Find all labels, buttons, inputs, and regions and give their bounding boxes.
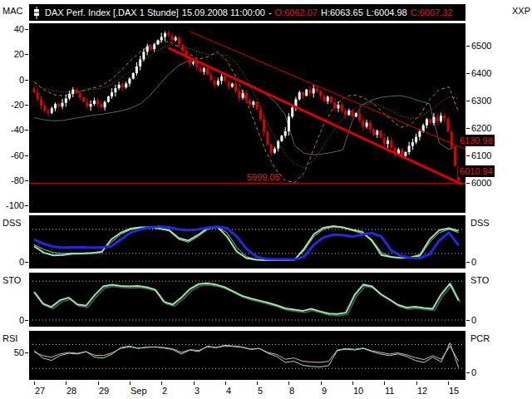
date-tick-mark xyxy=(288,382,289,385)
left-axis-tick-label: 40 xyxy=(0,25,24,34)
price-chart-panel[interactable]: 5999.05 xyxy=(29,23,466,213)
date-tick-mark xyxy=(257,382,258,385)
date-tick-mark xyxy=(384,382,385,385)
STO-canvas xyxy=(29,273,466,327)
date-tick-mark xyxy=(352,382,353,385)
date-tick-mark xyxy=(130,382,131,385)
macd-axis-title: MAC xyxy=(2,6,22,16)
dss-indicator-panel[interactable] xyxy=(29,215,466,268)
date-tick-mark xyxy=(66,382,66,385)
chart-titlebar[interactable]: DAX Perf. Index [.DAX 1 Stunde] 15.09.20… xyxy=(29,4,466,21)
date-tick-label: Sep xyxy=(131,386,147,396)
svg-text:5999.05: 5999.05 xyxy=(247,172,280,182)
high-value: H:6063.65 xyxy=(321,7,363,17)
date-tick-label: 5 xyxy=(258,386,263,396)
right-axis-tick-mark xyxy=(466,320,470,321)
left-axis-tick-mark xyxy=(25,155,28,156)
left-axis-tick-mark xyxy=(25,180,28,181)
left-axis-tick-mark xyxy=(25,54,28,55)
right-axis-tick-label: 6200 xyxy=(471,124,491,133)
left-axis-tick-mark xyxy=(25,105,28,106)
left-axis-tick-mark xyxy=(25,29,28,30)
sto-right-label: STO xyxy=(470,275,489,285)
sto-indicator-panel[interactable] xyxy=(29,273,466,327)
right-axis-tick-mark xyxy=(466,155,470,156)
date-tick-mark xyxy=(161,382,162,385)
date-tick-mark xyxy=(416,382,417,385)
open-value: O:6062.07 xyxy=(275,7,318,17)
left-axis-tick-mark xyxy=(25,130,28,131)
right-axis-tick-label: 6100 xyxy=(471,151,491,160)
left-axis-tick-label: 0 xyxy=(0,316,24,325)
right-axis-tick-mark xyxy=(466,101,470,101)
date-tick-mark xyxy=(225,382,226,385)
right-axis-tick-mark xyxy=(466,128,470,129)
dss-left-label: DSS xyxy=(2,218,22,228)
top-right-label: XXP xyxy=(512,6,530,16)
left-axis-tick-mark xyxy=(25,262,28,263)
date-tick-mark xyxy=(194,382,195,385)
price-label-last: 6010.94 xyxy=(458,165,495,177)
right-axis-tick-label: 6400 xyxy=(471,69,491,78)
price-label-channel: 6130.98 xyxy=(458,135,495,146)
date-tick-label: 12 xyxy=(417,386,427,396)
left-axis-tick-label: 50 xyxy=(0,348,24,357)
main-chart-canvas: 5999.05 xyxy=(29,23,466,213)
right-axis-tick-label: 6000 xyxy=(471,179,491,188)
date-tick-label: 27 xyxy=(35,386,45,396)
date-tick-label: 28 xyxy=(66,386,76,396)
left-axis-tick-label: 0 xyxy=(0,258,24,267)
date-tick-mark xyxy=(321,382,322,385)
date-tick-label: 8 xyxy=(289,386,294,396)
right-axis-tick-mark xyxy=(466,372,470,373)
close-value: C:6007.32 xyxy=(411,7,453,17)
sto-left-label: STO xyxy=(2,275,21,285)
date-tick-mark xyxy=(98,382,99,385)
left-axis-tick-label: -60 xyxy=(0,151,24,160)
DSS-canvas xyxy=(29,215,466,268)
left-axis-tick-label: -20 xyxy=(0,101,24,110)
date-tick-label: 29 xyxy=(99,386,109,396)
date-tick-label: 15 xyxy=(449,386,459,396)
instrument-name: DAX Perf. Index [.DAX 1 Stunde] xyxy=(45,7,179,17)
date-tick-label: 4 xyxy=(226,386,231,396)
right-axis-tick-label: 6500 xyxy=(471,42,491,51)
separator: - xyxy=(268,7,272,17)
left-axis-tick-mark xyxy=(25,320,28,321)
dss-right-label: DSS xyxy=(470,218,490,228)
right-axis-tick-label: 0 xyxy=(471,368,476,377)
candlestick-icon xyxy=(33,7,40,19)
date-tick-label: 11 xyxy=(385,386,394,396)
left-axis-tick-mark xyxy=(25,205,28,206)
right-axis-tick-mark xyxy=(466,262,470,263)
rsi-indicator-panel[interactable] xyxy=(29,331,466,380)
right-axis-tick-mark xyxy=(466,73,470,74)
left-axis-tick-label: 0 xyxy=(0,76,24,85)
date-tick-label: 2 xyxy=(162,386,167,396)
left-axis-tick-mark xyxy=(25,80,28,81)
left-axis-tick-label: -40 xyxy=(0,126,24,135)
right-axis-tick-mark xyxy=(466,46,470,47)
date-tick-label: 9 xyxy=(322,386,327,396)
left-axis-tick-label: -100 xyxy=(0,201,24,210)
date-tick-mark xyxy=(34,382,35,385)
right-axis-tick-label: 6300 xyxy=(471,96,491,106)
left-axis-tick-mark xyxy=(25,352,28,353)
left-axis-tick-label: 20 xyxy=(0,50,24,59)
rsi-pcr-right-label: PCR xyxy=(470,333,490,343)
right-axis-tick-label: 0 xyxy=(471,258,476,267)
right-axis-tick-mark xyxy=(466,183,470,184)
right-axis-tick-label: 0 xyxy=(471,316,476,325)
bar-timestamp: 15.09.2008 11:00:00 xyxy=(182,7,265,17)
date-tick-mark xyxy=(448,382,449,385)
rsi-pcr-left-label: RSI xyxy=(2,333,17,343)
date-tick-label: 3 xyxy=(195,386,200,396)
RSI/PCR-canvas xyxy=(29,331,466,380)
low-value: L:6004.98 xyxy=(367,7,407,17)
chart-application-window: MAC XXP DAX Perf. Index [.DAX 1 Stunde] … xyxy=(0,0,532,399)
left-axis-tick-label: -80 xyxy=(0,176,24,185)
date-tick-label: 10 xyxy=(353,386,363,396)
